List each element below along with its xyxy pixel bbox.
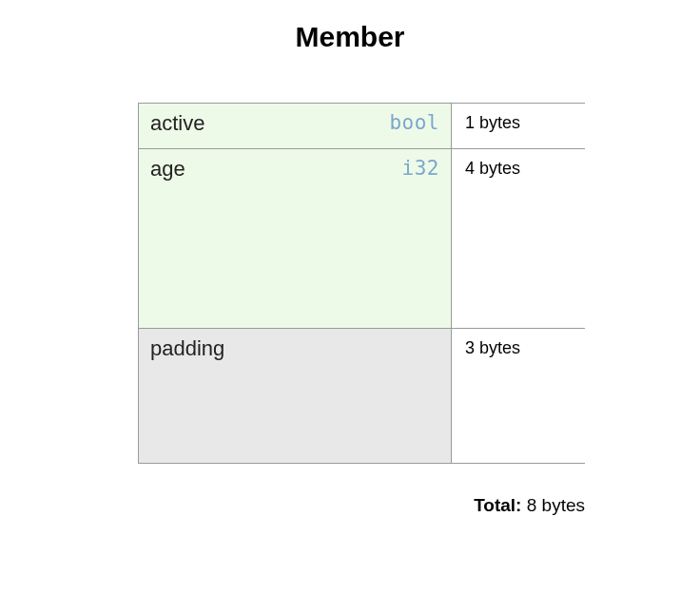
total-value: 8 bytes [527, 495, 585, 515]
field-size: 3 bytes [452, 329, 585, 358]
total-row: Total: 8 bytes [138, 495, 585, 516]
total-label: Total: [474, 495, 521, 515]
field-name: age [150, 157, 185, 182]
field-type: i32 [402, 157, 439, 180]
field-size: 1 bytes [452, 104, 585, 133]
field-name: padding [150, 336, 224, 361]
field-cell-age: agei32 [138, 149, 452, 328]
struct-title: Member [0, 0, 700, 80]
field-cell-padding: padding [138, 329, 452, 463]
field-name: active [150, 111, 204, 136]
field-type: bool [389, 111, 439, 134]
memory-layout: activebool1 bytesagei324 bytespadding3 b… [138, 103, 585, 464]
field-size: 4 bytes [452, 149, 585, 179]
field-cell-active: activebool [138, 104, 452, 148]
